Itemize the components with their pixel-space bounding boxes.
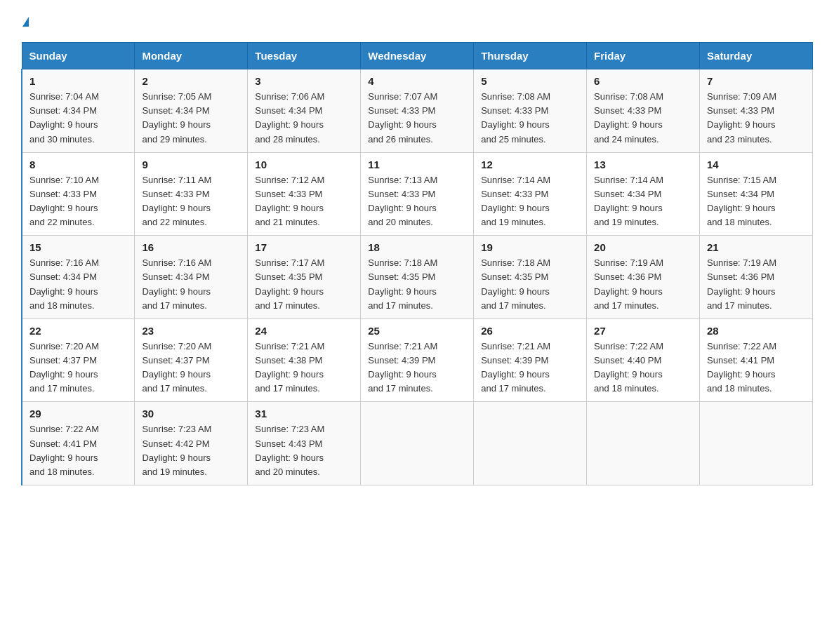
calendar-cell: 25Sunrise: 7:21 AMSunset: 4:39 PMDayligh…: [361, 318, 474, 402]
day-info: Sunrise: 7:23 AMSunset: 4:42 PMDaylight:…: [142, 422, 240, 479]
day-number: 27: [594, 325, 692, 337]
day-number: 4: [368, 75, 466, 87]
calendar-table: SundayMondayTuesdayWednesdayThursdayFrid…: [21, 42, 813, 485]
page-header: [21, 14, 813, 29]
logo-text: [21, 14, 29, 31]
day-number: 10: [255, 159, 353, 170]
day-info: Sunrise: 7:16 AMSunset: 4:34 PMDaylight:…: [142, 256, 240, 313]
day-info: Sunrise: 7:18 AMSunset: 4:35 PMDaylight:…: [481, 256, 579, 313]
calendar-cell: 19Sunrise: 7:18 AMSunset: 4:35 PMDayligh…: [474, 236, 587, 319]
day-info: Sunrise: 7:08 AMSunset: 4:33 PMDaylight:…: [481, 90, 579, 147]
calendar-cell: 24Sunrise: 7:21 AMSunset: 4:38 PMDayligh…: [248, 318, 361, 402]
calendar-cell: 27Sunrise: 7:22 AMSunset: 4:40 PMDayligh…: [587, 318, 700, 402]
day-info: Sunrise: 7:19 AMSunset: 4:36 PMDaylight:…: [594, 256, 692, 313]
calendar-cell: 3Sunrise: 7:06 AMSunset: 4:34 PMDaylight…: [248, 69, 361, 153]
day-number: 29: [29, 408, 127, 420]
day-info: Sunrise: 7:21 AMSunset: 4:38 PMDaylight:…: [255, 340, 353, 396]
logo-triangle-icon: [22, 17, 29, 27]
day-info: Sunrise: 7:10 AMSunset: 4:33 PMDaylight:…: [29, 173, 127, 230]
col-header-monday: Monday: [135, 43, 248, 69]
col-header-wednesday: Wednesday: [361, 43, 474, 69]
day-number: 15: [29, 241, 127, 253]
calendar-cell: 2Sunrise: 7:05 AMSunset: 4:34 PMDaylight…: [135, 69, 248, 153]
day-info: Sunrise: 7:08 AMSunset: 4:33 PMDaylight:…: [594, 90, 692, 147]
day-number: 16: [142, 241, 240, 253]
day-number: 3: [255, 75, 353, 87]
calendar-cell: 12Sunrise: 7:14 AMSunset: 4:33 PMDayligh…: [474, 152, 587, 236]
calendar-cell: 11Sunrise: 7:13 AMSunset: 4:33 PMDayligh…: [361, 152, 474, 236]
day-number: 21: [707, 241, 805, 253]
day-number: 22: [29, 325, 127, 337]
day-info: Sunrise: 7:22 AMSunset: 4:41 PMDaylight:…: [29, 422, 127, 479]
day-info: Sunrise: 7:15 AMSunset: 4:34 PMDaylight:…: [707, 173, 805, 230]
calendar-cell: 23Sunrise: 7:20 AMSunset: 4:37 PMDayligh…: [135, 318, 248, 402]
day-info: Sunrise: 7:05 AMSunset: 4:34 PMDaylight:…: [142, 90, 240, 147]
day-number: 6: [594, 75, 692, 87]
day-number: 18: [368, 241, 466, 253]
calendar-cell: 4Sunrise: 7:07 AMSunset: 4:33 PMDaylight…: [361, 69, 474, 153]
day-number: 19: [481, 241, 579, 253]
day-info: Sunrise: 7:23 AMSunset: 4:43 PMDaylight:…: [255, 422, 353, 479]
day-info: Sunrise: 7:20 AMSunset: 4:37 PMDaylight:…: [29, 340, 127, 396]
day-number: 7: [707, 75, 805, 87]
day-info: Sunrise: 7:06 AMSunset: 4:34 PMDaylight:…: [255, 90, 353, 147]
week-row-1: 1Sunrise: 7:04 AMSunset: 4:34 PMDaylight…: [22, 69, 813, 153]
calendar-cell: 14Sunrise: 7:15 AMSunset: 4:34 PMDayligh…: [700, 152, 813, 236]
header-row: SundayMondayTuesdayWednesdayThursdayFrid…: [22, 43, 813, 69]
day-info: Sunrise: 7:21 AMSunset: 4:39 PMDaylight:…: [481, 340, 579, 396]
week-row-2: 8Sunrise: 7:10 AMSunset: 4:33 PMDaylight…: [22, 152, 813, 236]
day-info: Sunrise: 7:22 AMSunset: 4:40 PMDaylight:…: [594, 340, 692, 396]
calendar-cell: 9Sunrise: 7:11 AMSunset: 4:33 PMDaylight…: [135, 152, 248, 236]
day-info: Sunrise: 7:18 AMSunset: 4:35 PMDaylight:…: [368, 256, 466, 313]
day-info: Sunrise: 7:17 AMSunset: 4:35 PMDaylight:…: [255, 256, 353, 313]
day-number: 11: [368, 159, 466, 170]
day-info: Sunrise: 7:13 AMSunset: 4:33 PMDaylight:…: [368, 173, 466, 230]
calendar-cell: 1Sunrise: 7:04 AMSunset: 4:34 PMDaylight…: [22, 69, 135, 153]
day-number: 17: [255, 241, 353, 253]
col-header-saturday: Saturday: [700, 43, 813, 69]
day-info: Sunrise: 7:14 AMSunset: 4:33 PMDaylight:…: [481, 173, 579, 230]
day-number: 1: [29, 75, 127, 87]
day-info: Sunrise: 7:20 AMSunset: 4:37 PMDaylight:…: [142, 340, 240, 396]
calendar-cell: 8Sunrise: 7:10 AMSunset: 4:33 PMDaylight…: [22, 152, 135, 236]
day-number: 12: [481, 159, 579, 170]
calendar-cell: 18Sunrise: 7:18 AMSunset: 4:35 PMDayligh…: [361, 236, 474, 319]
day-number: 31: [255, 408, 353, 420]
calendar-cell: 15Sunrise: 7:16 AMSunset: 4:34 PMDayligh…: [22, 236, 135, 319]
week-row-3: 15Sunrise: 7:16 AMSunset: 4:34 PMDayligh…: [22, 236, 813, 319]
day-number: 9: [142, 159, 240, 170]
day-info: Sunrise: 7:19 AMSunset: 4:36 PMDaylight:…: [707, 256, 805, 313]
day-number: 23: [142, 325, 240, 337]
week-row-5: 29Sunrise: 7:22 AMSunset: 4:41 PMDayligh…: [22, 402, 813, 485]
day-number: 8: [29, 159, 127, 170]
calendar-cell: 17Sunrise: 7:17 AMSunset: 4:35 PMDayligh…: [248, 236, 361, 319]
day-info: Sunrise: 7:16 AMSunset: 4:34 PMDaylight:…: [29, 256, 127, 313]
day-number: 25: [368, 325, 466, 337]
calendar-cell: 29Sunrise: 7:22 AMSunset: 4:41 PMDayligh…: [22, 402, 135, 485]
calendar-cell: [474, 402, 587, 485]
calendar-cell: 30Sunrise: 7:23 AMSunset: 4:42 PMDayligh…: [135, 402, 248, 485]
day-info: Sunrise: 7:11 AMSunset: 4:33 PMDaylight:…: [142, 173, 240, 230]
calendar-cell: 5Sunrise: 7:08 AMSunset: 4:33 PMDaylight…: [474, 69, 587, 153]
calendar-cell: 6Sunrise: 7:08 AMSunset: 4:33 PMDaylight…: [587, 69, 700, 153]
calendar-cell: 7Sunrise: 7:09 AMSunset: 4:33 PMDaylight…: [700, 69, 813, 153]
col-header-thursday: Thursday: [474, 43, 587, 69]
calendar-cell: 31Sunrise: 7:23 AMSunset: 4:43 PMDayligh…: [248, 402, 361, 485]
day-number: 2: [142, 75, 240, 87]
day-number: 20: [594, 241, 692, 253]
day-number: 14: [707, 159, 805, 170]
calendar-cell: 21Sunrise: 7:19 AMSunset: 4:36 PMDayligh…: [700, 236, 813, 319]
calendar-cell: 16Sunrise: 7:16 AMSunset: 4:34 PMDayligh…: [135, 236, 248, 319]
day-info: Sunrise: 7:12 AMSunset: 4:33 PMDaylight:…: [255, 173, 353, 230]
day-info: Sunrise: 7:22 AMSunset: 4:41 PMDaylight:…: [707, 340, 805, 396]
col-header-friday: Friday: [587, 43, 700, 69]
day-number: 30: [142, 408, 240, 420]
calendar-cell: [587, 402, 700, 485]
calendar-cell: 28Sunrise: 7:22 AMSunset: 4:41 PMDayligh…: [700, 318, 813, 402]
calendar-cell: [361, 402, 474, 485]
day-info: Sunrise: 7:07 AMSunset: 4:33 PMDaylight:…: [368, 90, 466, 147]
day-info: Sunrise: 7:14 AMSunset: 4:34 PMDaylight:…: [594, 173, 692, 230]
day-info: Sunrise: 7:04 AMSunset: 4:34 PMDaylight:…: [29, 90, 127, 147]
day-number: 13: [594, 159, 692, 170]
calendar-cell: [700, 402, 813, 485]
